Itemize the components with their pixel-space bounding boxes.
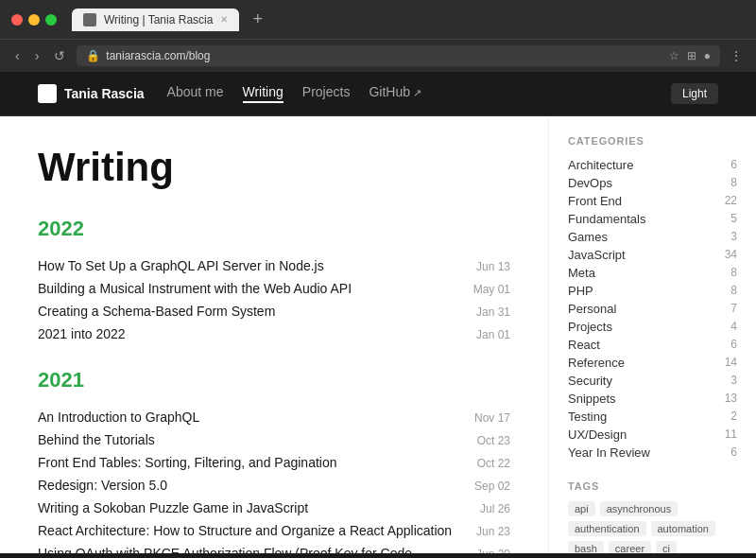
profile-icon[interactable]: ● [704, 49, 711, 62]
article-link[interactable]: Front End Tables: Sorting, Filtering, an… [38, 455, 336, 470]
category-item-games[interactable]: Games 3 [568, 228, 737, 246]
tag-api[interactable]: api [568, 501, 595, 516]
site-logo[interactable]: Tania Rascia [38, 84, 145, 103]
article-date: Sep 02 [474, 480, 510, 493]
category-name: Year In Review [568, 445, 650, 460]
maximize-button[interactable] [45, 14, 57, 26]
lock-icon: 🔒 [86, 49, 100, 62]
tag-career[interactable]: career [609, 541, 651, 553]
article-link[interactable]: Building a Musical Instrument with the W… [38, 281, 352, 296]
article-row: Using OAuth with PKCE Authorization Flow… [38, 542, 510, 553]
nav-links: About me Writing Projects GitHub [167, 84, 421, 103]
tag-ci[interactable]: ci [656, 541, 677, 553]
category-item-security[interactable]: Security 3 [568, 372, 737, 390]
category-count: 5 [730, 212, 737, 226]
category-count: 11 [725, 427, 737, 442]
article-link[interactable]: How To Set Up a GraphQL API Server in No… [38, 258, 324, 273]
article-link[interactable]: An Introduction to GraphQL [38, 410, 199, 425]
tab-close-button[interactable]: ✕ [220, 14, 228, 25]
category-item-yearinreview[interactable]: Year In Review 6 [568, 444, 737, 462]
category-item-testing[interactable]: Testing 2 [568, 408, 737, 426]
category-item-meta[interactable]: Meta 8 [568, 264, 737, 282]
nav-writing[interactable]: Writing [243, 84, 284, 103]
category-name: Meta [568, 266, 595, 280]
article-date: Jun 23 [476, 525, 510, 538]
forward-button[interactable]: › [31, 46, 43, 65]
category-name: Security [568, 374, 612, 388]
category-item-frontend[interactable]: Front End 22 [568, 192, 737, 210]
category-item-personal[interactable]: Personal 7 [568, 300, 737, 318]
article-date: Jul 26 [480, 502, 510, 515]
category-name: PHP [568, 284, 593, 298]
nav-about[interactable]: About me [167, 84, 224, 103]
nav-projects[interactable]: Projects [302, 84, 351, 103]
category-name: Front End [568, 194, 622, 208]
category-count: 4 [730, 320, 737, 334]
article-row: Redesign: Version 5.0 Sep 02 [38, 474, 510, 497]
nav-left: Tania Rascia About me Writing Projects G… [38, 84, 421, 103]
year-section-2021: 2021 An Introduction to GraphQL Nov 17 B… [38, 368, 510, 553]
extension-icon[interactable]: ⊞ [687, 49, 696, 62]
article-link[interactable]: 2021 into 2022 [38, 326, 126, 341]
category-item-architecture[interactable]: Architecture 6 [568, 156, 737, 174]
article-row: Front End Tables: Sorting, Filtering, an… [38, 451, 510, 474]
new-tab-button[interactable]: + [247, 8, 268, 31]
tags-list: api asynchronous authentication automati… [568, 501, 737, 553]
categories-title: CATEGORIES [568, 135, 737, 147]
category-item-javascript[interactable]: JavaScript 34 [568, 246, 737, 264]
category-name: Reference [568, 356, 625, 370]
address-bar[interactable]: 🔒 taniarascia.com/blog ☆ ⊞ ● [77, 45, 720, 66]
article-row: Behind the Tutorials Oct 23 [38, 428, 510, 451]
bookmark-icon[interactable]: ☆ [669, 49, 679, 62]
address-bar-icons: ☆ ⊞ ● [669, 49, 711, 62]
sidebar: CATEGORIES Architecture 6 DevOps 8 Front… [548, 116, 756, 553]
refresh-button[interactable]: ↺ [50, 46, 69, 65]
category-name: React [568, 338, 600, 352]
article-link[interactable]: Redesign: Version 5.0 [38, 478, 167, 493]
article-row: Creating a Schema-Based Form System Jan … [38, 300, 510, 323]
category-item-fundamentals[interactable]: Fundamentals 5 [568, 210, 737, 228]
minimize-button[interactable] [28, 14, 40, 26]
category-count: 6 [730, 158, 737, 172]
theme-toggle-button[interactable]: Light [671, 83, 718, 104]
category-item-reference[interactable]: Reference 14 [568, 354, 737, 372]
category-item-react[interactable]: React 6 [568, 336, 737, 354]
back-button[interactable]: ‹ [11, 46, 24, 65]
more-options-button[interactable]: ⋮ [728, 46, 745, 65]
category-name: DevOps [568, 176, 612, 190]
close-button[interactable] [11, 14, 23, 26]
tab-favicon [83, 13, 96, 26]
tags-section: TAGS api asynchronous authentication aut… [568, 480, 737, 553]
article-link[interactable]: Creating a Schema-Based Form System [38, 304, 275, 319]
articles-2021: An Introduction to GraphQL Nov 17 Behind… [38, 406, 510, 553]
article-date: Jan 31 [476, 305, 510, 319]
year-heading-2021: 2021 [38, 368, 510, 392]
active-tab[interactable]: Writing | Tania Rascia ✕ [72, 9, 239, 31]
tag-authentication[interactable]: authentication [568, 521, 646, 536]
article-link[interactable]: Using OAuth with PKCE Authorization Flow… [38, 546, 461, 553]
category-count: 8 [730, 284, 737, 298]
category-item-uxdesign[interactable]: UX/Design 11 [568, 426, 737, 444]
article-link[interactable]: React Architecture: How to Structure and… [38, 523, 452, 538]
category-name: Personal [568, 302, 616, 316]
article-link[interactable]: Writing a Sokoban Puzzle Game in JavaScr… [38, 500, 308, 515]
tag-automation[interactable]: automation [651, 521, 715, 536]
tag-asynchronous[interactable]: asynchronous [600, 501, 679, 516]
category-item-php[interactable]: PHP 8 [568, 282, 737, 300]
article-date: Nov 17 [474, 411, 510, 425]
traffic-lights [11, 14, 57, 26]
tag-bash[interactable]: bash [568, 541, 604, 553]
category-item-snippets[interactable]: Snippets 13 [568, 390, 737, 408]
category-item-projects[interactable]: Projects 4 [568, 318, 737, 336]
nav-github[interactable]: GitHub [369, 84, 421, 103]
article-row: How To Set Up a GraphQL API Server in No… [38, 254, 510, 277]
article-link[interactable]: Behind the Tutorials [38, 432, 155, 447]
category-count: 14 [725, 356, 737, 370]
category-name: Testing [568, 410, 607, 424]
tags-title: TAGS [568, 480, 737, 492]
category-item-devops[interactable]: DevOps 8 [568, 174, 737, 192]
category-list: Architecture 6 DevOps 8 Front End 22 Fun… [568, 156, 737, 462]
year-heading-2022: 2022 [38, 217, 510, 241]
article-date: May 01 [473, 283, 510, 296]
browser-addressbar: ‹ › ↺ 🔒 taniarascia.com/blog ☆ ⊞ ● ⋮ [0, 39, 756, 72]
